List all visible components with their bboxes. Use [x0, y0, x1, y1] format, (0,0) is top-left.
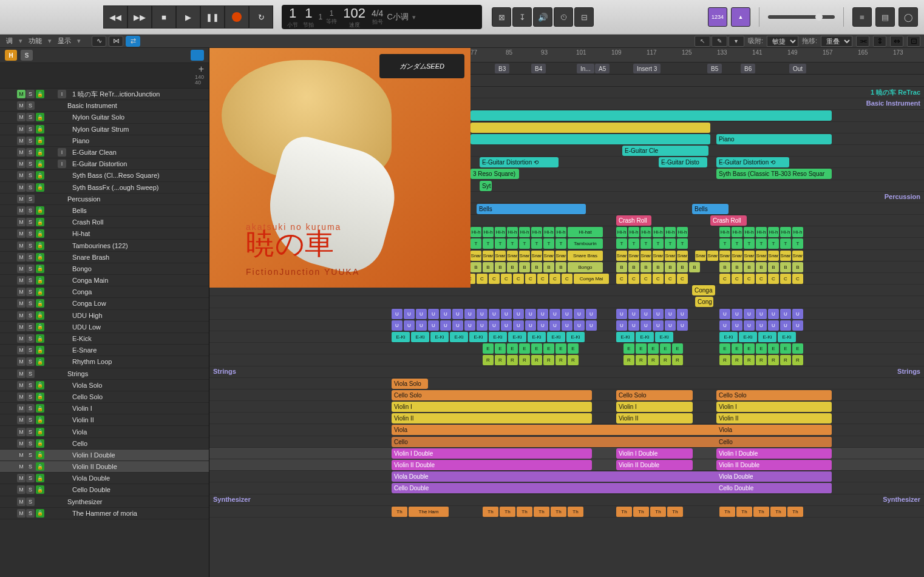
- mute-button[interactable]: M: [17, 229, 25, 238]
- midi-region[interactable]: U: [513, 309, 524, 319]
- midi-region[interactable]: Violin II Double: [392, 460, 592, 470]
- midi-region[interactable]: B: [756, 262, 767, 272]
- midi-region[interactable]: U: [477, 320, 487, 331]
- midi-region[interactable]: Th: [787, 507, 803, 517]
- lock-icon[interactable]: [36, 218, 44, 226]
- lock-icon[interactable]: [36, 485, 44, 494]
- midi-region[interactable]: Hi-h: [768, 227, 779, 237]
- track-row[interactable]: MSViola: [0, 426, 209, 437]
- midi-region[interactable]: Hi-hat: [568, 227, 603, 237]
- arrange-lane[interactable]: UUUUUUUUUUUUUUUUUUUUUUUUUUUUUU: [209, 320, 924, 331]
- record-button[interactable]: [225, 5, 249, 29]
- midi-region[interactable]: Th: [753, 507, 769, 517]
- midi-region[interactable]: C: [640, 274, 651, 284]
- midi-region[interactable]: Syt: [480, 181, 492, 191]
- midi-region[interactable]: C: [719, 274, 730, 284]
- midi-region[interactable]: Bongo: [568, 262, 603, 272]
- track-row[interactable]: MSConga Main: [0, 275, 209, 286]
- lock-icon[interactable]: [36, 253, 44, 262]
- track-row[interactable]: MSHi-hat: [0, 228, 209, 240]
- midi-region[interactable]: U: [653, 309, 664, 319]
- midi-region[interactable]: Snar: [756, 251, 767, 261]
- automation-icon[interactable]: ∿: [92, 36, 106, 47]
- functions-menu[interactable]: 功能: [25, 35, 46, 47]
- track-row[interactable]: MSViolin II: [0, 414, 209, 426]
- midi-region[interactable]: U: [489, 320, 500, 331]
- lock-icon[interactable]: [36, 451, 44, 459]
- lock-icon[interactable]: [36, 229, 44, 238]
- lock-icon[interactable]: [36, 299, 44, 308]
- rewind-button[interactable]: ◀◀: [103, 5, 127, 29]
- midi-region[interactable]: U: [665, 309, 676, 319]
- midi-region[interactable]: Snare Bras: [568, 251, 603, 261]
- lock-icon[interactable]: [36, 113, 44, 121]
- midi-region[interactable]: U: [768, 320, 779, 331]
- click-button[interactable]: 🔊: [533, 7, 552, 27]
- midi-region[interactable]: U: [452, 309, 463, 319]
- midi-region[interactable]: Hi-h: [665, 227, 676, 237]
- midi-region[interactable]: E-Guitar Distortion ⟲: [480, 157, 559, 167]
- midi-region[interactable]: T: [483, 238, 494, 249]
- midi-region[interactable]: C: [665, 274, 676, 284]
- track-row[interactable]: MSE-Kick: [0, 333, 209, 345]
- midi-region[interactable]: B: [531, 262, 542, 272]
- solo-button[interactable]: S: [26, 428, 35, 436]
- midi-region[interactable]: Cello Solo: [616, 390, 693, 400]
- track-row[interactable]: MSSnare Brash: [0, 252, 209, 263]
- pencil-tool[interactable]: ✎: [712, 36, 727, 47]
- replace-button[interactable]: ⊠: [492, 7, 511, 27]
- mute-button[interactable]: M: [17, 90, 25, 98]
- midi-region[interactable]: Snar: [495, 251, 506, 261]
- track-row[interactable]: MSStrings: [0, 368, 209, 380]
- solo-button[interactable]: S: [26, 90, 35, 98]
- midi-region[interactable]: E-Ki: [430, 332, 449, 342]
- mute-button[interactable]: M: [17, 334, 25, 343]
- midi-region[interactable]: R: [648, 355, 659, 365]
- track-row[interactable]: MSViolin II Double: [0, 461, 209, 473]
- midi-region[interactable]: Violin I: [616, 402, 693, 412]
- lock-icon[interactable]: [36, 288, 44, 296]
- track-row[interactable]: MSCello: [0, 438, 209, 450]
- midi-region[interactable]: E: [719, 343, 730, 354]
- midi-region[interactable]: T: [677, 238, 688, 249]
- midi-region[interactable]: T: [640, 238, 651, 249]
- forward-button[interactable]: ▶▶: [127, 5, 152, 29]
- midi-region[interactable]: E-Ki: [616, 332, 634, 342]
- arrange-lane[interactable]: ViolaViola: [209, 424, 924, 436]
- mute-button[interactable]: M: [17, 125, 25, 133]
- solo-button[interactable]: S: [26, 474, 35, 482]
- midi-region[interactable]: R: [543, 355, 554, 365]
- midi-region[interactable]: Snar: [719, 251, 730, 261]
- midi-region[interactable]: E: [780, 343, 791, 354]
- arrange-lane[interactable]: Cello DoubleCello Double: [209, 482, 924, 494]
- midi-region[interactable]: R: [756, 355, 767, 365]
- midi-region[interactable]: U: [549, 320, 560, 331]
- solo-button[interactable]: S: [26, 346, 35, 354]
- midi-region[interactable]: C: [537, 274, 548, 284]
- midi-region[interactable]: U: [756, 320, 767, 331]
- midi-region[interactable]: R: [568, 355, 579, 365]
- midi-region[interactable]: Snar: [695, 251, 706, 261]
- midi-region[interactable]: Cello: [716, 437, 832, 447]
- midi-region[interactable]: Violin I: [392, 402, 592, 412]
- midi-region[interactable]: U: [744, 320, 755, 331]
- midi-region[interactable]: C: [616, 274, 627, 284]
- track-row[interactable]: MSThe Hammer of moria: [0, 508, 209, 519]
- solo-button[interactable]: S: [26, 229, 35, 238]
- midi-region[interactable]: R: [660, 355, 671, 365]
- midi-region[interactable]: Hi-h: [756, 227, 767, 237]
- midi-region[interactable]: T: [665, 238, 676, 249]
- midi-region[interactable]: U: [616, 309, 627, 319]
- midi-region[interactable]: Hi-h: [555, 227, 566, 237]
- track-row[interactable]: MSSynthesizer: [0, 496, 209, 508]
- solo-button[interactable]: S: [26, 253, 35, 262]
- midi-region[interactable]: U: [404, 309, 415, 319]
- master-volume-slider[interactable]: [768, 15, 835, 19]
- midi-region[interactable]: E-Ki: [739, 332, 757, 342]
- input-button[interactable]: I: [58, 90, 66, 98]
- lock-icon[interactable]: [36, 462, 44, 471]
- midi-region[interactable]: B: [543, 262, 554, 272]
- mute-button[interactable]: M: [17, 148, 25, 157]
- midi-region[interactable]: Th: [736, 507, 752, 517]
- midi-region[interactable]: B: [507, 262, 518, 272]
